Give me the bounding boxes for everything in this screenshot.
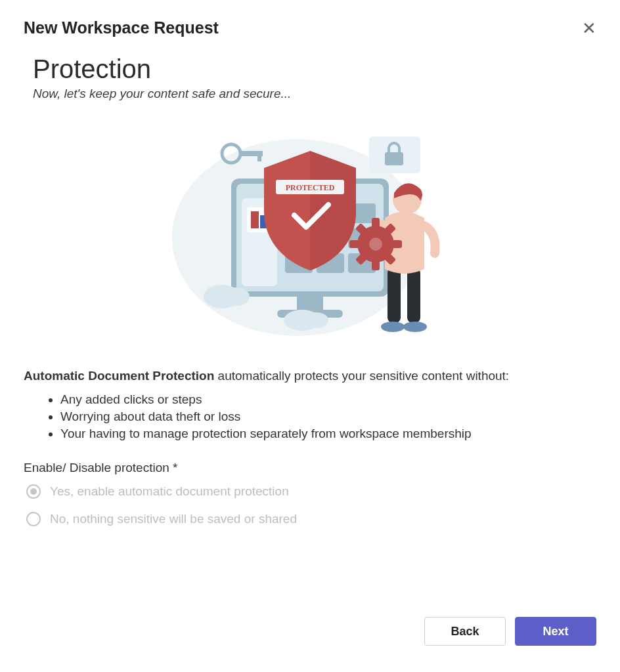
page-subtitle: Now, let's keep your content safe and se… (33, 87, 596, 101)
svg-rect-29 (407, 268, 420, 323)
protection-illustration: PROTECTED (24, 119, 596, 343)
svg-rect-20 (257, 151, 261, 161)
description-lead-rest: automatically protects your sensitive co… (214, 369, 509, 383)
protection-illustration-svg: PROTECTED (159, 119, 461, 343)
svg-rect-36 (372, 260, 380, 270)
radio-label: No, nothing sensitive will be saved or s… (50, 512, 297, 526)
svg-rect-38 (349, 240, 360, 248)
svg-point-34 (369, 238, 382, 251)
radio-option-yes[interactable]: Yes, enable automatic document protectio… (26, 484, 596, 499)
svg-rect-22 (385, 152, 403, 165)
list-item: Worrying about data theft or loss (60, 410, 596, 424)
close-button[interactable]: ✕ (582, 20, 596, 37)
svg-point-24 (223, 287, 250, 306)
radio-label: Yes, enable automatic document protectio… (50, 484, 289, 499)
protection-field-label: Enable/ Disable protection * (24, 461, 596, 475)
dialog-header: New Workspace Request ✕ (24, 18, 596, 37)
svg-point-32 (403, 322, 427, 332)
lock-folder-icon (369, 136, 420, 173)
description-lead: Automatic Document Protection automatica… (24, 369, 596, 383)
page-title: Protection (33, 54, 596, 84)
next-button[interactable]: Next (515, 617, 596, 646)
shield-badge-text: PROTECTED (286, 183, 335, 192)
dialog-footer: Back Next (424, 617, 596, 646)
dialog-title: New Workspace Request (24, 18, 219, 37)
radio-icon (26, 512, 41, 526)
radio-icon (26, 484, 41, 499)
benefits-list: Any added clicks or steps Worrying about… (60, 392, 596, 441)
close-icon: ✕ (582, 18, 596, 38)
svg-point-26 (305, 312, 328, 328)
svg-rect-16 (297, 297, 323, 310)
list-item: Your having to manage protection separat… (60, 427, 596, 441)
back-button[interactable]: Back (424, 617, 506, 646)
svg-point-31 (381, 322, 405, 332)
radio-option-no[interactable]: No, nothing sensitive will be saved or s… (26, 512, 596, 526)
svg-rect-5 (251, 211, 259, 228)
protection-radio-group: Yes, enable automatic document protectio… (26, 484, 596, 526)
svg-rect-28 (388, 268, 401, 323)
list-item: Any added clicks or steps (60, 392, 596, 407)
svg-rect-37 (391, 240, 402, 248)
svg-rect-35 (372, 218, 380, 228)
description-lead-bold: Automatic Document Protection (24, 369, 214, 383)
